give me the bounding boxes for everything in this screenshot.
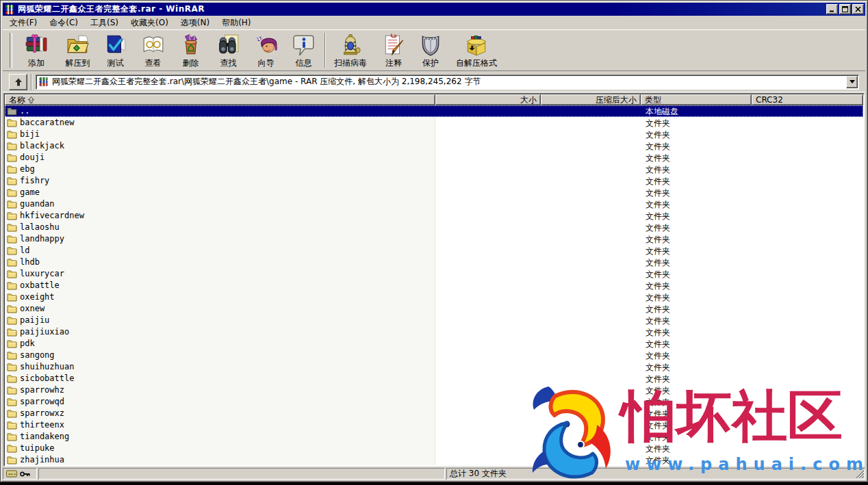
folder-row[interactable]: landhappy 文件夹 [5, 233, 863, 245]
menu-bar: 文件(F) 命令(C) 工具(S) 收藏夹(O) 选项(N) 帮助(H) [3, 16, 865, 29]
folder-icon [7, 293, 17, 304]
toolbar-wizard-button[interactable]: 向导 [247, 31, 285, 70]
folder-row[interactable]: zhajinhua 文件夹 [5, 454, 863, 465]
toolbar-scan-virus-button[interactable]: 扫描病毒 [328, 31, 373, 70]
parent-dir-row[interactable]: .. 本地磁盘 [5, 105, 863, 117]
folder-icon [7, 200, 17, 211]
window-title: 网狐荣耀二开鑫众王者完整全套.rar - WinRAR [18, 3, 824, 15]
wizard-icon [255, 34, 278, 57]
address-dropdown-button[interactable] [846, 76, 858, 88]
menu-item[interactable]: 工具(S) [84, 16, 125, 29]
maximize-button[interactable] [839, 4, 851, 14]
folder-row[interactable]: biji 文件夹 [5, 129, 863, 140]
folder-icon [7, 235, 17, 246]
toolbar-info-button[interactable]: 信息 [285, 31, 322, 70]
column-header-size[interactable]: 大小 [435, 94, 541, 105]
folder-row[interactable]: tuipuke 文件夹 [5, 443, 863, 454]
folder-row[interactable]: ebg 文件夹 [5, 163, 863, 175]
folder-row[interactable]: hkfivecardnew 文件夹 [5, 210, 863, 222]
column-header-type[interactable]: 类型 [641, 94, 752, 105]
folder-row[interactable]: shuihuzhuan 文件夹 [5, 361, 863, 373]
folder-row[interactable]: fishry 文件夹 [5, 175, 863, 187]
folder-row[interactable]: guandan 文件夹 [5, 198, 863, 210]
folder-row[interactable]: lhdb 文件夹 [5, 257, 863, 268]
column-header-name[interactable]: 名称 [5, 94, 435, 105]
file-rows: .. 本地磁盘 baccaratnew [5, 105, 863, 465]
folder-icon [7, 270, 17, 280]
folder-icon [7, 444, 17, 455]
address-combobox[interactable]: 网狐荣耀二开鑫众王者完整全套.rar\网狐荣耀二开鑫众王者\game - RAR… [36, 75, 859, 90]
drive-icon[interactable] [6, 470, 17, 477]
folder-icon [7, 223, 17, 234]
winrar-app-icon [5, 4, 16, 15]
folder-icon [7, 316, 17, 327]
toolbar-add-button[interactable]: 添加 [14, 31, 59, 70]
folder-icon [7, 153, 17, 164]
toolbar-find-button[interactable]: 查找 [209, 31, 247, 70]
folder-row[interactable]: thirteenx 文件夹 [5, 419, 863, 431]
folder-row[interactable]: douji 文件夹 [5, 152, 863, 163]
folder-row[interactable]: pdk 文件夹 [5, 338, 863, 350]
folder-row[interactable]: blackjack 文件夹 [5, 140, 863, 152]
folder-row[interactable]: luxurycar 文件夹 [5, 268, 863, 280]
column-header-packed-size[interactable]: 压缩后大小 [541, 94, 641, 105]
folder-row[interactable]: baccaratnew 文件夹 [5, 117, 863, 129]
resize-grip[interactable] [856, 470, 865, 479]
folder-row[interactable]: paijiu 文件夹 [5, 315, 863, 326]
folder-icon [7, 386, 17, 397]
folder-row[interactable]: sicbobattle 文件夹 [5, 373, 863, 384]
menu-item[interactable]: 收藏夹(O) [125, 16, 175, 29]
info-bubble-icon [292, 34, 316, 57]
folder-row[interactable]: oxeight 文件夹 [5, 291, 863, 303]
toolbar-delete-button[interactable]: 删除 [172, 31, 209, 70]
folder-row[interactable]: oxbattle 文件夹 [5, 280, 863, 291]
title-bar: 网狐荣耀二开鑫众王者完整全套.rar - WinRAR [3, 3, 865, 16]
winrar-window: 网狐荣耀二开鑫众王者完整全套.rar - WinRAR 文件(F) 命令(C) … [0, 0, 868, 482]
minimize-button[interactable] [826, 4, 838, 14]
toolbar-protect-button[interactable]: 保护 [414, 31, 447, 70]
menu-item[interactable]: 命令(C) [43, 16, 84, 29]
status-bar: 总计 30 文件夹 [3, 467, 865, 480]
close-button[interactable] [852, 4, 864, 14]
menu-item[interactable]: 选项(N) [175, 16, 216, 29]
folder-icon [7, 130, 17, 141]
folder-row[interactable]: oxnew 文件夹 [5, 303, 863, 315]
address-separator [31, 74, 32, 90]
add-archive-icon [25, 34, 48, 57]
menu-item[interactable]: 帮助(H) [216, 16, 257, 29]
folder-row[interactable]: paijiuxiao 文件夹 [5, 326, 863, 338]
folder-row[interactable]: lalaoshu 文件夹 [5, 222, 863, 233]
folder-icon [7, 165, 17, 176]
archive-path: 网狐荣耀二开鑫众王者完整全套.rar\网狐荣耀二开鑫众王者\game - RAR… [52, 76, 481, 88]
column-header-crc32[interactable]: CRC32 [752, 94, 863, 105]
key-icon[interactable] [20, 471, 31, 477]
status-total-text: 总计 30 文件夹 [450, 468, 507, 480]
folder-row[interactable]: game 文件夹 [5, 187, 863, 198]
folder-row[interactable]: sparrowqd 文件夹 [5, 396, 863, 408]
folder-row[interactable]: sangong 文件夹 [5, 350, 863, 361]
folder-icon [7, 421, 17, 432]
comment-note-icon [382, 34, 405, 57]
parent-folder-icon [7, 107, 17, 118]
sort-ascending-icon [28, 96, 34, 103]
toolbar-test-button[interactable]: 测试 [97, 31, 134, 70]
folder-row[interactable]: sparrowhz 文件夹 [5, 384, 863, 396]
folder-icon [7, 456, 17, 465]
toolbar-sfx-button[interactable]: 自解压格式 [447, 31, 506, 70]
column-headers: 名称 大小 压缩后大小 类型 CRC32 [5, 94, 863, 105]
view-book-icon [142, 34, 165, 57]
folder-icon [7, 397, 17, 408]
folder-icon [7, 211, 17, 222]
toolbar-view-button[interactable]: 查看 [134, 31, 172, 70]
folder-icon [7, 374, 17, 385]
folder-row[interactable]: tiandakeng 文件夹 [5, 431, 863, 443]
menu-item[interactable]: 文件(F) [3, 16, 43, 29]
toolbar-extract-button[interactable]: 解压到 [59, 31, 97, 70]
up-directory-button[interactable] [9, 74, 27, 90]
toolbar-comment-button[interactable]: 注释 [373, 31, 414, 70]
address-bar: 网狐荣耀二开鑫众王者完整全套.rar\网狐荣耀二开鑫众王者\game - RAR… [3, 72, 865, 92]
up-arrow-icon [14, 77, 23, 87]
folder-row[interactable]: ld 文件夹 [5, 245, 863, 257]
folder-row[interactable]: sparrowxz 文件夹 [5, 408, 863, 419]
toolbar: 添加 解压到 测试 [3, 29, 865, 71]
